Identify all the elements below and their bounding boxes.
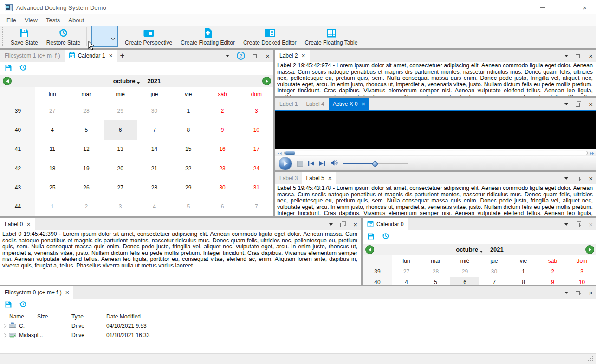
calendar-month-label[interactable]: octubre <box>456 246 478 253</box>
column-header-name[interactable]: Name <box>0 313 37 320</box>
volume-slider[interactable] <box>343 161 408 166</box>
calendar-day-cell[interactable]: 9 <box>205 120 239 139</box>
calendar-day-cell[interactable]: 5 <box>171 197 205 216</box>
calendar-day-cell[interactable]: 4 <box>392 277 421 285</box>
calendar-day-cell[interactable]: 24 <box>240 159 273 178</box>
calendar-day-cell[interactable]: 30 <box>205 178 239 197</box>
calendar-day-cell[interactable]: 27 <box>35 101 69 120</box>
save-icon[interactable] <box>5 301 12 310</box>
calendar-day-cell[interactable]: 1 <box>509 266 538 277</box>
tab-calendar0[interactable]: Calendar 0 <box>363 218 408 230</box>
tab-list-dropdown-icon[interactable] <box>564 292 568 294</box>
volume-handle[interactable] <box>372 161 378 167</box>
calendar-day-cell[interactable]: 2 <box>538 266 567 277</box>
tab-list-dropdown-icon[interactable] <box>329 223 333 226</box>
create-floating-table-button[interactable]: Create Floating Table <box>301 26 362 48</box>
calendar-day-cell[interactable]: 1 <box>35 197 69 216</box>
calendar-day-cell[interactable]: 10 <box>240 120 273 139</box>
calendar-day-cell[interactable]: 12 <box>69 140 103 159</box>
calendar-day-cell[interactable]: 28 <box>421 266 450 277</box>
calendar-day-cell[interactable]: 16 <box>205 140 239 159</box>
next-track-button[interactable] <box>319 159 325 168</box>
float-panel-icon[interactable] <box>340 221 346 227</box>
create-docked-editor-button[interactable]: Create Docked Editor <box>239 26 301 48</box>
calendar-day-cell[interactable]: 9 <box>538 277 567 285</box>
restore-state-button[interactable]: Restore State <box>42 26 84 48</box>
save-icon[interactable] <box>367 233 375 242</box>
tab-label3[interactable]: Label 3 <box>275 172 302 184</box>
calendar-day-cell[interactable]: 5 <box>69 120 103 139</box>
float-panel-icon[interactable] <box>576 176 581 181</box>
calendar-day-cell[interactable]: 26 <box>69 178 103 197</box>
calendar-year-label[interactable]: 2021 <box>490 246 504 253</box>
expander-chevron-icon[interactable] <box>3 324 6 328</box>
column-header-size[interactable]: Size <box>37 313 71 320</box>
toolbar-drag-handle[interactable] <box>2 27 5 46</box>
calendar-day-cell[interactable]: 7 <box>137 120 171 139</box>
calendar-day-cell[interactable]: 7 <box>240 197 273 216</box>
tab-calendar1[interactable]: Calendar 1 × <box>65 50 117 62</box>
volume-mute-button[interactable] <box>330 159 338 168</box>
stop-button[interactable] <box>297 161 303 167</box>
calendar-day-cell[interactable]: 6 <box>450 277 479 285</box>
calendar-day-cell[interactable]: 3 <box>240 101 273 120</box>
close-panel-icon[interactable]: × <box>589 221 593 228</box>
rewind-icon[interactable] <box>278 149 282 157</box>
maximize-button[interactable] <box>553 0 574 14</box>
table-row[interactable]: C:Drive04/10/2021 9:53 <box>0 321 596 331</box>
restore-icon[interactable] <box>19 300 27 310</box>
tab-list-dropdown-icon[interactable] <box>226 55 229 57</box>
tab-list-dropdown-icon[interactable] <box>564 177 568 180</box>
restore-icon[interactable] <box>382 232 389 242</box>
close-tab-icon[interactable]: × <box>328 175 332 182</box>
tab-list-dropdown-icon[interactable] <box>564 55 568 57</box>
tab-label0[interactable]: Label 0 × <box>0 218 35 230</box>
add-tab-button[interactable]: + <box>117 50 128 62</box>
next-month-button[interactable] <box>585 245 594 254</box>
calendar-day-cell[interactable]: 29 <box>450 266 479 277</box>
create-perspective-button[interactable]: Create Perspective <box>121 26 176 48</box>
float-panel-icon[interactable] <box>576 290 581 295</box>
play-button[interactable] <box>279 157 292 170</box>
calendar-day-cell[interactable]: 3 <box>104 197 137 216</box>
close-tab-icon[interactable]: × <box>362 101 365 107</box>
menu-file[interactable]: File <box>2 17 20 24</box>
tab-filesystem1[interactable]: Filesystem 1 (c+ m- f-) <box>0 50 65 62</box>
calendar-day-cell[interactable]: 23 <box>205 159 239 178</box>
seek-handle[interactable] <box>285 151 295 155</box>
menu-tests[interactable]: Tests <box>42 17 64 24</box>
calendar-day-cell[interactable]: 4 <box>137 197 171 216</box>
close-panel-icon[interactable]: × <box>589 52 593 59</box>
calendar-day-cell[interactable]: 30 <box>137 101 171 120</box>
close-tab-icon[interactable]: × <box>301 52 305 59</box>
float-panel-icon[interactable] <box>253 53 258 58</box>
close-panel-icon[interactable]: × <box>266 52 270 59</box>
tab-label4[interactable]: Label 4 <box>302 98 328 110</box>
calendar-day-cell[interactable]: 17 <box>240 140 273 159</box>
column-header-date-modified[interactable]: Date Modified <box>106 313 596 320</box>
calendar-day-cell[interactable]: 3 <box>567 266 596 277</box>
calendar-day-cell[interactable]: 21 <box>137 159 171 178</box>
menu-about[interactable]: About <box>64 17 88 24</box>
close-button[interactable]: × <box>574 0 596 14</box>
calendar-day-cell[interactable]: 25 <box>35 178 69 197</box>
calendar-day-cell[interactable]: 1 <box>171 101 205 120</box>
tab-label5[interactable]: Label 5 × <box>302 172 336 184</box>
calendar-month-label[interactable]: octubre <box>113 78 136 84</box>
calendar-day-cell[interactable]: 5 <box>421 277 450 285</box>
calendar-day-cell[interactable]: 13 <box>104 140 137 159</box>
close-tab-icon[interactable]: × <box>109 52 112 59</box>
tab-label1[interactable]: Label 1 <box>275 98 302 110</box>
calendar-day-cell[interactable]: 15 <box>171 140 205 159</box>
perspective-combo[interactable] <box>91 26 118 47</box>
calendar-day-cell[interactable]: 29 <box>171 178 205 197</box>
video-display-area[interactable] <box>275 110 596 149</box>
menu-view[interactable]: View <box>20 17 42 24</box>
close-panel-icon[interactable]: × <box>589 289 593 296</box>
save-icon[interactable] <box>5 64 12 73</box>
help-icon[interactable] <box>237 52 245 60</box>
expander-chevron-icon[interactable] <box>3 333 6 337</box>
calendar-day-cell[interactable]: 11 <box>35 140 69 159</box>
float-panel-icon[interactable] <box>576 101 581 107</box>
calendar-day-cell[interactable]: 14 <box>137 140 171 159</box>
